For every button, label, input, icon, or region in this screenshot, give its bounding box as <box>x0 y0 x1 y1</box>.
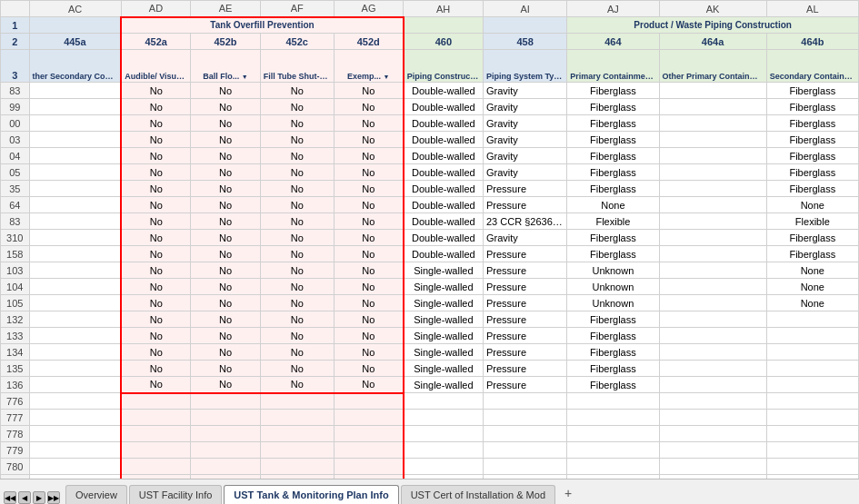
cell-ak[interactable] <box>659 164 766 181</box>
cell-ah[interactable]: Single-walled <box>404 262 484 279</box>
cell-ah[interactable]: Double-walled <box>404 115 484 132</box>
cell-ak[interactable] <box>659 262 766 279</box>
cell-ad[interactable]: No <box>121 213 191 230</box>
cell-ag[interactable]: No <box>334 344 404 361</box>
cell-af[interactable]: No <box>260 213 334 230</box>
cell-ai[interactable]: Pressure <box>484 311 567 328</box>
cell-ai[interactable]: Pressure <box>484 295 567 311</box>
cell-al[interactable]: None <box>766 197 858 213</box>
tab-add-button[interactable]: + <box>557 482 579 504</box>
cell-al[interactable] <box>766 344 858 361</box>
cell-ak[interactable] <box>659 181 766 197</box>
cell-ag[interactable]: No <box>334 115 404 132</box>
cell-al[interactable]: None <box>766 295 858 311</box>
cell-ag[interactable] <box>334 410 404 426</box>
cell-ai[interactable]: Pressure <box>484 181 567 197</box>
cell-ad[interactable]: No <box>121 311 191 328</box>
cell-ai[interactable]: Gravity <box>484 83 567 99</box>
cell-ag[interactable] <box>334 426 404 442</box>
table-row[interactable]: 04NoNoNoNoDouble-walledGravityFiberglass… <box>1 148 859 164</box>
cell-ag[interactable]: No <box>334 230 404 246</box>
col-letter-af[interactable]: AF <box>260 1 334 17</box>
cell-af[interactable]: No <box>260 328 334 344</box>
cell-ac[interactable] <box>29 213 121 230</box>
table-row[interactable]: 780 <box>1 459 859 475</box>
table-row[interactable]: 133NoNoNoNoSingle-walledPressureFibergla… <box>1 328 859 344</box>
cell-al[interactable] <box>766 442 858 459</box>
cell-ac[interactable] <box>29 197 121 213</box>
cell-aj[interactable]: Fiberglass <box>567 246 659 262</box>
cell-ah[interactable]: Single-walled <box>404 344 484 361</box>
cell-ah[interactable]: Single-walled <box>404 328 484 344</box>
cell-ae[interactable]: No <box>191 328 261 344</box>
cell-ae[interactable]: No <box>191 164 261 181</box>
cell-ae[interactable]: No <box>191 279 261 295</box>
cell-ac[interactable] <box>29 328 121 344</box>
cell-ak[interactable] <box>659 377 766 393</box>
cell-ai[interactable]: Pressure <box>484 246 567 262</box>
cell-af[interactable] <box>260 393 334 410</box>
cell-af[interactable]: No <box>260 181 334 197</box>
cell-ad[interactable] <box>121 442 191 459</box>
col-letter-ac[interactable]: AC <box>29 1 121 17</box>
cell-ad[interactable]: No <box>121 99 191 115</box>
cell-ae[interactable] <box>191 459 261 475</box>
cell-aj[interactable]: Fiberglass <box>567 344 659 361</box>
cell-ai[interactable]: Pressure <box>484 377 567 393</box>
cell-ah[interactable] <box>404 393 484 410</box>
cell-ah[interactable]: Double-walled <box>404 164 484 181</box>
cell-aj[interactable]: Fiberglass <box>567 148 659 164</box>
cell-ae[interactable]: No <box>191 246 261 262</box>
cell-al[interactable]: Fiberglass <box>766 246 858 262</box>
cell-ad[interactable] <box>121 393 191 410</box>
cell-ai[interactable] <box>484 410 567 426</box>
cell-aj[interactable]: Fiberglass <box>567 361 659 377</box>
tab-ust-facility[interactable]: UST Facility Info <box>129 485 223 504</box>
cell-ag[interactable]: No <box>334 262 404 279</box>
cell-af[interactable]: No <box>260 148 334 164</box>
cell-ae[interactable] <box>191 393 261 410</box>
cell-af[interactable]: No <box>260 99 334 115</box>
cell-af[interactable]: No <box>260 132 334 148</box>
cell-ad[interactable]: No <box>121 181 191 197</box>
cell-ag[interactable]: No <box>334 181 404 197</box>
cell-ac[interactable] <box>29 361 121 377</box>
cell-al[interactable]: Flexible <box>766 213 858 230</box>
cell-ak[interactable] <box>659 279 766 295</box>
cell-ah[interactable] <box>404 459 484 475</box>
cell-ae[interactable] <box>191 442 261 459</box>
cell-af[interactable]: No <box>260 83 334 99</box>
cell-af[interactable] <box>260 410 334 426</box>
cell-ac[interactable] <box>29 262 121 279</box>
cell-ai[interactable]: Pressure <box>484 197 567 213</box>
cell-ae[interactable]: No <box>191 115 261 132</box>
cell-ad[interactable]: No <box>121 344 191 361</box>
cell-aj[interactable]: Fiberglass <box>567 83 659 99</box>
cell-ak[interactable] <box>659 311 766 328</box>
cell-ai[interactable]: Pressure <box>484 262 567 279</box>
cell-ak[interactable] <box>659 99 766 115</box>
cell-ag[interactable]: No <box>334 148 404 164</box>
cell-ai[interactable] <box>484 426 567 442</box>
cell-af[interactable]: No <box>260 115 334 132</box>
cell-ad[interactable]: No <box>121 328 191 344</box>
cell-ak[interactable] <box>659 361 766 377</box>
cell-ad[interactable]: No <box>121 132 191 148</box>
cell-aj[interactable] <box>567 410 659 426</box>
cell-ae[interactable]: No <box>191 344 261 361</box>
cell-al[interactable] <box>766 377 858 393</box>
cell-al[interactable] <box>766 426 858 442</box>
cell-al[interactable]: Fiberglass <box>766 230 858 246</box>
cell-ad[interactable]: No <box>121 148 191 164</box>
cell-ag[interactable]: No <box>334 213 404 230</box>
cell-ak[interactable] <box>659 295 766 311</box>
cell-al[interactable]: None <box>766 262 858 279</box>
cell-ak[interactable] <box>659 410 766 426</box>
cell-ae[interactable]: No <box>191 181 261 197</box>
cell-ac[interactable] <box>29 459 121 475</box>
cell-ag[interactable]: No <box>334 279 404 295</box>
cell-ak[interactable] <box>659 115 766 132</box>
cell-ah[interactable]: Double-walled <box>404 83 484 99</box>
cell-ai[interactable]: Gravity <box>484 148 567 164</box>
table-row[interactable]: 135NoNoNoNoSingle-walledPressureFibergla… <box>1 361 859 377</box>
